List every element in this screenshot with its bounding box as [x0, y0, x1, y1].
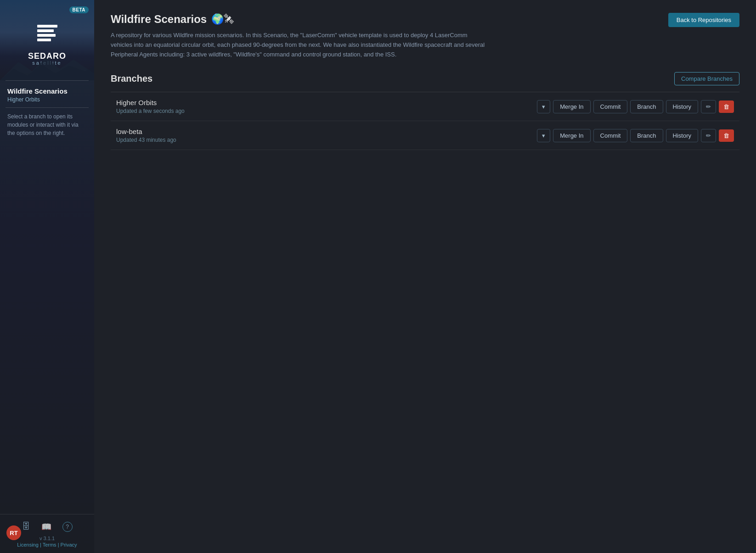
svg-rect-3 [37, 29, 54, 32]
beta-badge: BETA [69, 6, 89, 13]
branch-info-higher-orbits: Higher Orbits Updated a few seconds ago [116, 99, 537, 114]
branch-name: Higher Orbits [116, 99, 537, 106]
branch-actions-higher-orbits: ▾ Merge In Commit Branch History ✏ 🗑 [537, 100, 734, 113]
branches-section: Branches Compare Branches Higher Orbits … [111, 72, 739, 150]
delete-button[interactable]: 🗑 [719, 101, 734, 113]
branch-info-low-beta: low-beta Updated 43 minutes ago [116, 128, 537, 143]
branch-button[interactable]: Branch [630, 100, 663, 113]
branch-dropdown-button[interactable]: ▾ [537, 100, 550, 113]
edit-button[interactable]: ✏ [701, 100, 716, 113]
sidebar-active-branch: Higher Orbits [7, 96, 87, 103]
branches-title: Branches [111, 73, 152, 84]
sidebar-links: Licensing | Terms | Privacy [7, 542, 87, 547]
table-row: low-beta Updated 43 minutes ago ▾ Merge … [111, 121, 739, 150]
privacy-link[interactable]: Privacy [61, 542, 77, 547]
help-icon[interactable]: ? [62, 522, 73, 532]
page-header: Wildfire Scenarios 🌍🛰 Back to Repositori… [111, 13, 739, 27]
history-button[interactable]: History [666, 100, 698, 113]
svg-rect-4 [37, 34, 56, 37]
avatar[interactable]: RT [6, 525, 21, 540]
table-row: Higher Orbits Updated a few seconds ago … [111, 92, 739, 121]
sidebar: BETA SEDARO satellite Wildfire Scenarios… [0, 0, 94, 553]
merge-in-button[interactable]: Merge In [553, 129, 590, 142]
sidebar-project-info: Wildfire Scenarios Higher Orbits [0, 81, 94, 107]
svg-rect-5 [37, 39, 51, 41]
title-icon: 🌍🛰 [211, 13, 234, 25]
commit-button[interactable]: Commit [593, 100, 628, 113]
branch-actions-low-beta: ▾ Merge In Commit Branch History ✏ 🗑 [537, 129, 734, 142]
sedaro-logo-icon [33, 19, 62, 49]
page-description: A repository for various Wildfire missio… [111, 31, 487, 59]
book-icon[interactable]: 📖 [41, 522, 51, 532]
delete-button[interactable]: 🗑 [719, 129, 734, 142]
back-to-repositories-button[interactable]: Back to Repositories [668, 13, 739, 27]
edit-button[interactable]: ✏ [701, 129, 716, 142]
branches-list: Higher Orbits Updated a few seconds ago … [111, 92, 739, 150]
sidebar-footer: RT 🗄 📖 ? v 3.1.1 Licensing | Terms | Pri… [0, 514, 94, 553]
branch-button[interactable]: Branch [630, 129, 663, 142]
branch-updated: Updated a few seconds ago [116, 108, 537, 114]
merge-in-button[interactable]: Merge In [553, 100, 590, 113]
page-title-row: Wildfire Scenarios 🌍🛰 [111, 13, 234, 26]
commit-button[interactable]: Commit [593, 129, 628, 142]
branch-dropdown-button[interactable]: ▾ [537, 129, 550, 142]
svg-rect-2 [37, 25, 57, 28]
database-icon[interactable]: 🗄 [22, 522, 30, 532]
sidebar-top: BETA SEDARO satellite [0, 0, 94, 80]
sidebar-help-text: Select a branch to open its modules or i… [0, 108, 94, 142]
branch-name: low-beta [116, 128, 537, 135]
mountains-bg [0, 53, 94, 80]
branch-updated: Updated 43 minutes ago [116, 137, 537, 143]
sidebar-project-name: Wildfire Scenarios [7, 87, 87, 95]
licensing-link[interactable]: Licensing [17, 542, 38, 547]
terms-link[interactable]: Terms [43, 542, 56, 547]
history-button[interactable]: History [666, 129, 698, 142]
compare-branches-button[interactable]: Compare Branches [674, 72, 739, 85]
branches-header: Branches Compare Branches [111, 72, 739, 85]
page-title: Wildfire Scenarios [111, 13, 207, 26]
main-content: Wildfire Scenarios 🌍🛰 Back to Repositori… [94, 0, 756, 553]
page-title-area: Wildfire Scenarios 🌍🛰 [111, 13, 234, 26]
